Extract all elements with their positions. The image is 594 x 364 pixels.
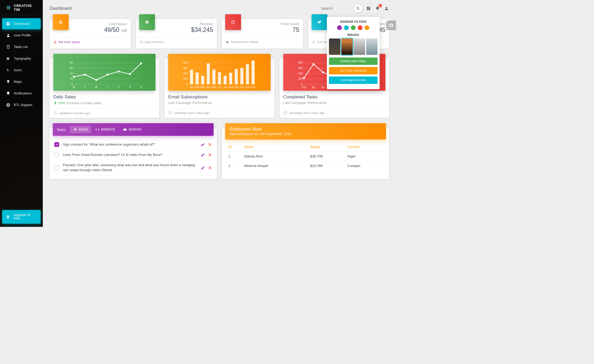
apps-button[interactable] xyxy=(366,6,371,11)
svg-rect-79 xyxy=(241,68,244,84)
chart-footer: updated 4 minutes ago xyxy=(53,109,155,115)
color-option[interactable] xyxy=(351,25,356,30)
stat-footer-link[interactable]: Get more space xyxy=(58,40,80,44)
svg-text:Nov: Nov xyxy=(245,86,250,89)
task-tab-server[interactable]: SERVER xyxy=(120,126,145,133)
svg-text:Apr: Apr xyxy=(206,86,211,89)
chart-card: 0200400600800JanFebMarAprMaiJunJulAugSep… xyxy=(164,59,274,118)
table-row: 1Dakota Rice$36,738Niger xyxy=(227,152,384,161)
svg-point-122 xyxy=(74,129,76,131)
page-title: Dashboard xyxy=(50,6,72,11)
table-row: 2Minerva Hooper$23,789Curaçao xyxy=(227,161,384,171)
svg-rect-75 xyxy=(218,72,221,84)
image-option-4[interactable] xyxy=(366,39,378,55)
sidebar-item-notifications[interactable]: Notifications xyxy=(2,88,41,99)
download-button[interactable]: DOWNLOAD FREE! xyxy=(329,58,378,65)
color-option[interactable] xyxy=(365,25,369,30)
task-checkbox[interactable] xyxy=(54,152,59,157)
svg-rect-6 xyxy=(8,23,10,25)
svg-point-46 xyxy=(84,74,86,75)
svg-text:200: 200 xyxy=(183,77,188,80)
task-tab-bugs[interactable]: BUGS xyxy=(70,126,91,133)
task-item: Sign contract for "What are conference o… xyxy=(54,140,212,150)
task-actions xyxy=(201,153,212,157)
search-button[interactable] xyxy=(354,4,362,13)
svg-point-15 xyxy=(8,70,9,71)
tasks-label: Tasks: xyxy=(56,128,66,132)
svg-point-14 xyxy=(7,69,8,70)
task-checkbox[interactable] xyxy=(54,165,59,170)
svg-line-21 xyxy=(359,9,360,10)
svg-text:600: 600 xyxy=(298,67,303,70)
svg-rect-27 xyxy=(60,21,62,23)
color-option[interactable] xyxy=(358,25,362,30)
settings-toggle[interactable] xyxy=(386,21,396,30)
svg-text:T: T xyxy=(107,86,109,89)
documentation-button[interactable]: DOCUMENTATION xyxy=(329,76,378,84)
svg-rect-77 xyxy=(229,73,232,84)
sidebar-item-maps[interactable]: Maps xyxy=(2,76,41,87)
svg-text:6p: 6p xyxy=(321,86,324,89)
task-checkbox[interactable] xyxy=(54,142,59,147)
svg-text:0: 0 xyxy=(186,83,188,86)
delete-button[interactable] xyxy=(208,166,212,170)
svg-point-20 xyxy=(357,7,359,9)
upgrade-label: Upgrade To PRO xyxy=(13,213,37,221)
task-tab-label: SERVER xyxy=(129,128,142,131)
sidebar-item-icons[interactable]: Icons xyxy=(2,65,41,76)
stat-footer-text: Tracked from Github xyxy=(231,40,258,44)
sidebar-footer: Upgrade To PRO xyxy=(2,210,41,224)
svg-text:Feb: Feb xyxy=(195,86,200,89)
svg-point-105 xyxy=(303,77,305,79)
svg-text:800: 800 xyxy=(183,61,188,64)
svg-text:20: 20 xyxy=(70,72,73,75)
svg-rect-29 xyxy=(140,41,143,43)
svg-text:0: 0 xyxy=(71,83,73,86)
edit-button[interactable] xyxy=(201,142,205,147)
brand-name: CREATIVE TIM xyxy=(14,4,39,12)
task-tab-website[interactable]: WEBSITE xyxy=(92,126,119,133)
sidebar-item-label: Table List xyxy=(14,45,28,49)
search-input[interactable] xyxy=(320,5,352,12)
color-option[interactable] xyxy=(337,25,342,30)
edit-button[interactable] xyxy=(201,166,205,170)
sidebar-item-table-list[interactable]: Table List xyxy=(2,41,41,52)
stat-icon xyxy=(312,14,327,30)
stat-card: Fixed Issues75Tracked from Github xyxy=(222,19,303,49)
sidebar-item-dashboard[interactable]: Dashboard xyxy=(2,18,41,29)
profile-button[interactable] xyxy=(384,6,389,11)
svg-text:T: T xyxy=(84,86,86,89)
upgrade-button[interactable]: Upgrade To PRO xyxy=(2,210,41,224)
sidebar-item-rtl-support[interactable]: RTL Support xyxy=(2,99,41,111)
edit-button[interactable] xyxy=(201,153,205,157)
pin-icon xyxy=(6,79,11,84)
gear-icon xyxy=(389,23,394,28)
notifications-button[interactable]: 5 xyxy=(375,6,380,11)
sidebar-item-user-profile[interactable]: User Profile xyxy=(2,30,41,41)
image-option-2[interactable] xyxy=(341,39,353,55)
person-icon xyxy=(384,6,389,11)
get-pro-button[interactable]: GET PRO VERSION xyxy=(329,67,378,74)
task-actions xyxy=(201,166,212,170)
sidebar-item-label: RTL Support xyxy=(14,103,32,107)
topbar-right: 5 xyxy=(320,4,389,13)
image-option-1[interactable] xyxy=(329,39,340,55)
svg-text:3p: 3p xyxy=(312,86,315,89)
table-header: Name xyxy=(243,142,309,152)
svg-text:Jun: Jun xyxy=(217,86,222,89)
svg-rect-4 xyxy=(7,22,8,23)
employees-title: Employees Stats xyxy=(230,127,381,132)
svg-rect-74 xyxy=(213,70,216,84)
sidebar-item-label: Dashboard xyxy=(14,22,30,26)
svg-text:Jul: Jul xyxy=(223,86,227,89)
delete-button[interactable] xyxy=(208,153,212,157)
dashboard-icon xyxy=(6,21,11,26)
stat-footer-text: Last 24 Hours xyxy=(145,40,164,44)
sidebar-item-typography[interactable]: Typography xyxy=(2,53,41,64)
svg-rect-28 xyxy=(59,21,61,23)
image-option-3[interactable] xyxy=(354,39,365,55)
table-header: ID xyxy=(227,142,243,152)
delete-button[interactable] xyxy=(208,142,212,147)
brand[interactable]: CREATIVE TIM xyxy=(1,0,42,15)
color-option[interactable] xyxy=(344,25,349,30)
